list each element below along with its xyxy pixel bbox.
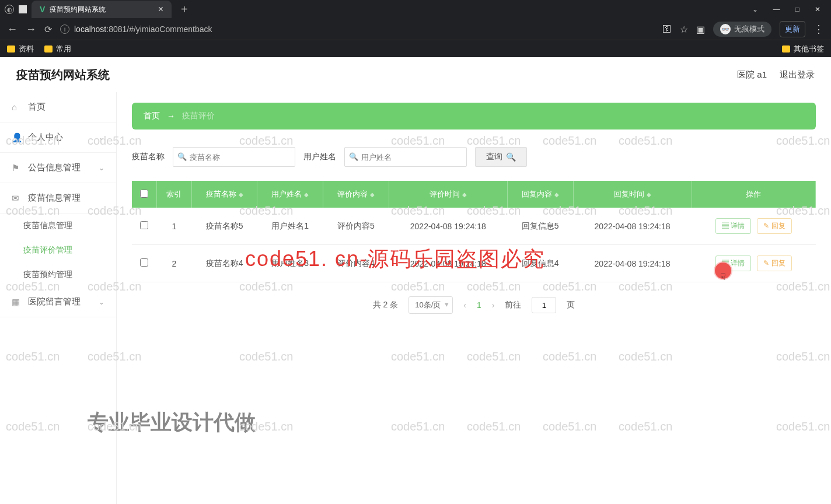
goto-input[interactable] xyxy=(532,297,556,313)
incognito-icon: 👓 xyxy=(720,24,731,34)
maximize-icon[interactable]: □ xyxy=(795,5,799,13)
search-label-user: 用户姓名 xyxy=(303,152,336,162)
chevron-down-icon[interactable]: ⌄ xyxy=(752,5,758,13)
bookmark-other[interactable]: 其他书签 xyxy=(782,44,824,54)
app-container: 疫苗预约网站系统 医院 a1 退出登录 ⌂首页 👤个人中心⌄ ⚑公告信息管理⌄ … xyxy=(0,57,831,504)
logout-link[interactable]: 退出登录 xyxy=(780,69,815,80)
cell-comment: 评价内容4 xyxy=(323,245,389,282)
select-all-checkbox[interactable] xyxy=(140,190,148,198)
sidebar-item-home[interactable]: ⌂首页 xyxy=(0,92,116,123)
address-bar: ← → ⟳ i localhost:8081/#/yimiaoCommentba… xyxy=(0,19,831,40)
detail-button[interactable]: ▤ 详情 xyxy=(715,218,751,234)
window-controls: ⌄ — □ ✕ xyxy=(752,5,831,13)
reply-button[interactable]: ✎ 回复 xyxy=(757,256,791,271)
url-path: :8081/#/yimiaoCommentback xyxy=(106,24,212,34)
vue-icon: V xyxy=(40,5,45,14)
th-rtime[interactable]: 回复时间◆ xyxy=(573,181,692,208)
home-icon: ⌂ xyxy=(12,102,21,112)
sidebar-sub-comment[interactable]: 疫苗评价管理 xyxy=(0,238,116,262)
menu-icon[interactable]: ⋮ xyxy=(813,23,824,36)
folder-icon xyxy=(7,46,15,52)
search-input-name[interactable] xyxy=(173,147,295,167)
user-label[interactable]: 医院 a1 xyxy=(737,69,767,80)
star-icon[interactable]: ☆ xyxy=(680,24,688,35)
row-checkbox[interactable] xyxy=(140,221,148,229)
th-comment[interactable]: 评价内容◆ xyxy=(323,181,389,208)
search-button[interactable]: 查询🔍 xyxy=(475,147,527,167)
search-icon: 🔍 xyxy=(506,152,516,162)
reload-button[interactable]: ⟳ xyxy=(44,24,52,35)
th-reply[interactable]: 回复内容◆ xyxy=(507,181,573,208)
sidebar-sub-info[interactable]: 疫苗信息管理 xyxy=(0,214,116,238)
url-host: localhost xyxy=(74,24,106,34)
goto-label: 前往 xyxy=(505,300,521,310)
cell-name: 疫苗名称4 xyxy=(191,245,257,282)
goto-suffix: 页 xyxy=(567,300,575,310)
chevron-down-icon: ⌄ xyxy=(99,298,104,306)
close-window-icon[interactable]: ✕ xyxy=(815,5,820,13)
th-user[interactable]: 用户姓名◆ xyxy=(257,181,323,208)
sidebar-item-personal[interactable]: 👤个人中心⌄ xyxy=(0,123,116,153)
cell-index: 2 xyxy=(156,245,191,282)
forward-button[interactable]: → xyxy=(26,23,36,36)
prev-page[interactable]: ‹ xyxy=(463,300,466,310)
extension-icon[interactable]: ▣ xyxy=(696,24,705,35)
folder-icon xyxy=(44,46,53,52)
chevron-down-icon: ⌄ xyxy=(99,134,104,142)
sidebar: ⌂首页 👤个人中心⌄ ⚑公告信息管理⌄ ✉疫苗信息管理 疫苗信息管理 疫苗评价管… xyxy=(0,57,117,504)
site-info-icon[interactable]: i xyxy=(60,24,69,34)
browser-chrome: ◐ V 疫苗预约网站系统 × + ⌄ — □ ✕ ← → ⟳ i localho… xyxy=(0,0,831,57)
cell-ctime: 2022-04-08 19:24:18 xyxy=(389,208,507,245)
bookmark-item[interactable]: 资料 xyxy=(7,44,34,54)
cell-reply: 回复信息5 xyxy=(507,208,573,245)
th-ctime[interactable]: 评价时间◆ xyxy=(389,181,507,208)
row-checkbox[interactable] xyxy=(140,258,148,267)
close-icon[interactable]: × xyxy=(158,4,163,15)
th-index[interactable]: 索引 xyxy=(156,181,191,208)
url-input[interactable]: i localhost:8081/#/yimiaoCommentback xyxy=(60,24,654,34)
pagination: 共 2 条 10条/页 ‹ 1 › 前往 页 xyxy=(132,296,816,314)
table-row: 1 疫苗名称5 用户姓名1 评价内容5 2022-04-08 19:24:18 … xyxy=(132,208,816,245)
cell-rtime: 2022-04-08 19:24:18 xyxy=(573,245,692,282)
reply-button[interactable]: ✎ 回复 xyxy=(757,218,791,234)
page-size-select[interactable]: 10条/页 xyxy=(408,296,453,314)
cell-user: 用户姓名1 xyxy=(257,208,323,245)
next-page[interactable]: › xyxy=(492,300,495,310)
search-input-user[interactable] xyxy=(344,147,467,167)
search-icon: 🔍 xyxy=(349,152,358,161)
cell-rtime: 2022-04-08 19:24:18 xyxy=(573,208,692,245)
tab-bar: ◐ V 疫苗预约网站系统 × + ⌄ — □ ✕ xyxy=(0,0,831,19)
app-header: 疫苗预约网站系统 医院 a1 退出登录 xyxy=(0,57,831,92)
chevron-down-icon: ⌄ xyxy=(99,164,104,172)
bookmark-item[interactable]: 常用 xyxy=(44,44,71,54)
ad-text: 专业毕业设计代做 xyxy=(88,408,256,437)
back-button[interactable]: ← xyxy=(7,23,18,36)
comment-table: 索引 疫苗名称◆ 用户姓名◆ 评价内容◆ 评价时间◆ 回复内容◆ 回复时间◆ 操… xyxy=(132,181,816,282)
mail-icon: ✉ xyxy=(12,193,21,204)
cell-user: 用户姓名3 xyxy=(257,245,323,282)
page-number[interactable]: 1 xyxy=(477,300,481,310)
th-name[interactable]: 疫苗名称◆ xyxy=(191,181,257,208)
new-tab-button[interactable]: + xyxy=(176,3,193,16)
search-icon: 🔍 xyxy=(177,152,187,161)
cell-comment: 评价内容5 xyxy=(323,208,389,245)
breadcrumb: 首页 → 疫苗评价 xyxy=(132,103,816,130)
cell-ops: ▤ 详情 ✎ 回复 xyxy=(692,208,815,245)
minimize-icon[interactable]: — xyxy=(773,5,780,13)
sidebar-item-notice[interactable]: ⚑公告信息管理⌄ xyxy=(0,153,116,183)
update-button[interactable]: 更新 xyxy=(780,21,805,37)
key-icon[interactable]: ⚿ xyxy=(662,24,672,34)
cell-name: 疫苗名称5 xyxy=(191,208,257,245)
incognito-badge: 👓 无痕模式 xyxy=(713,22,771,37)
breadcrumb-home[interactable]: 首页 xyxy=(144,111,160,121)
folder-icon xyxy=(782,46,790,52)
search-label-name: 疫苗名称 xyxy=(132,152,165,162)
sidebar-sub-reserve[interactable]: 疫苗预约管理 xyxy=(0,262,116,287)
flag-icon: ⚑ xyxy=(12,163,21,173)
sidebar-item-vaccine[interactable]: ✉疫苗信息管理 xyxy=(0,183,116,214)
breadcrumb-current: 疫苗评价 xyxy=(182,111,215,121)
sidebar-item-hospital-msg[interactable]: ▦医院留言管理⌄ xyxy=(0,287,116,317)
browser-tab[interactable]: V 疫苗预约网站系统 × xyxy=(32,1,172,18)
grid-icon: ▦ xyxy=(12,297,21,307)
cursor-icon: ☟ xyxy=(720,271,726,282)
